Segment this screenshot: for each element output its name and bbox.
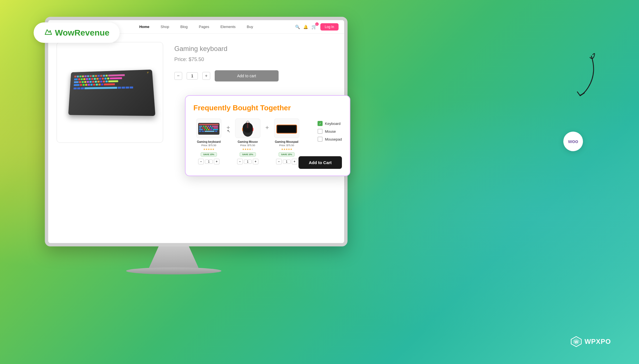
product-image-container: ⚡ (57, 42, 163, 143)
keyboard-image: ⚡ (68, 69, 155, 116)
nav-pages[interactable]: Pages (199, 25, 209, 29)
fbt-product-2: Gaming Mouse Price: $75.50 ★★★★★ SAVE 15… (232, 118, 263, 164)
svg-rect-8 (210, 126, 211, 127)
fbt-product-3-stars: ★★★★★ (281, 148, 292, 151)
fbt-product-3-image (274, 118, 299, 138)
fbt-product-1-image (196, 118, 221, 138)
svg-rect-16 (213, 127, 218, 129)
monitor-base (126, 267, 221, 274)
check-item-mousepad: Mousepad (318, 137, 342, 142)
fbt-qty-3-increase[interactable]: + (292, 159, 297, 164)
arrow-doodle (569, 50, 603, 101)
nav-blog[interactable]: Blog (180, 25, 187, 29)
qty-input[interactable] (187, 72, 198, 80)
qty-decrease-button[interactable]: − (174, 72, 182, 80)
nav-shop[interactable]: Shop (161, 25, 169, 29)
wpxpo-logo: W WPXPO (571, 336, 611, 347)
fbt-product-1: Gaming keyboard Price: $75.50 ★★★★★ SAVE… (193, 118, 224, 164)
svg-rect-21 (210, 129, 212, 130)
check-item-keyboard: ✓ Keyboard (318, 121, 342, 126)
cart-count-badge: 0 (315, 22, 319, 26)
fbt-product-3: Gaming Mouspad Price: $75.50 ★★★★★ SAVE … (271, 118, 302, 164)
svg-rect-26 (215, 131, 217, 132)
svg-text:W: W (574, 340, 578, 344)
fbt-product-2-qty-row: − + (237, 159, 258, 164)
svg-point-1 (50, 30, 51, 31)
check-box-keyboard[interactable]: ✓ (318, 121, 323, 126)
fbt-qty-1-increase[interactable]: + (214, 159, 219, 164)
logo-icon (44, 27, 52, 38)
fbt-product-1-save: SAVE 15% (201, 152, 217, 157)
svg-rect-4 (199, 126, 202, 127)
wpxpo-icon: W (571, 336, 582, 347)
search-icon[interactable]: 🔍 (295, 25, 300, 29)
svg-rect-3 (199, 124, 219, 125)
add-to-cart-button[interactable]: Add to cart (215, 70, 279, 81)
fbt-product-3-qty-row: − + (276, 159, 297, 164)
product-title: Gaming keyboard (174, 45, 336, 53)
nav-elements[interactable]: Elements (220, 25, 235, 29)
svg-rect-35 (278, 126, 296, 132)
svg-rect-30 (246, 123, 248, 128)
fbt-product-2-price: Price: $75.50 (240, 144, 255, 147)
svg-rect-6 (205, 126, 207, 127)
svg-rect-14 (209, 127, 210, 129)
fbt-panel: Frequently Bought Together (185, 95, 350, 176)
fbt-add-to-cart-button[interactable]: Add to Cart (298, 156, 342, 169)
svg-rect-19 (206, 129, 207, 130)
cart-icon-wrapper[interactable]: 🛒 0 (311, 24, 317, 29)
fbt-product-2-image (235, 118, 260, 138)
fbt-qty-1-input[interactable] (205, 160, 213, 164)
svg-rect-23 (199, 131, 201, 132)
fbt-product-3-save: SAVE 15% (279, 152, 295, 157)
svg-rect-22 (212, 129, 218, 130)
fbt-product-1-price: Price: $75.50 (201, 144, 216, 147)
wpxpo-text-label: WPXPO (585, 338, 611, 346)
fbt-product-2-stars: ★★★★★ (242, 148, 253, 151)
check-box-mousepad[interactable] (318, 137, 323, 142)
woo-badge: woo (563, 132, 583, 151)
svg-marker-0 (45, 30, 52, 34)
svg-rect-9 (212, 126, 218, 127)
fbt-title: Frequently Bought Together (193, 104, 342, 112)
fbt-product-2-save: SAVE 15% (240, 152, 256, 157)
svg-rect-31 (248, 123, 250, 128)
nav-buy[interactable]: Buy (247, 25, 253, 29)
qty-increase-button[interactable]: + (202, 72, 210, 80)
svg-rect-17 (199, 129, 203, 130)
nav-home[interactable]: Home (139, 25, 149, 29)
svg-rect-25 (205, 131, 214, 132)
product-price: Price: $75.50 (174, 57, 336, 62)
svg-rect-20 (208, 129, 210, 130)
check-item-mouse: Mouse (318, 129, 342, 134)
fbt-product-3-name: Gaming Mouspad (275, 140, 298, 143)
fbt-qty-2-increase[interactable]: + (253, 159, 258, 164)
bell-icon[interactable]: 🔔 (303, 25, 308, 29)
cursor-arrow: ↖ (227, 129, 230, 133)
fbt-qty-1-decrease[interactable]: − (198, 159, 204, 164)
check-label-mousepad: Mousepad (325, 137, 342, 141)
svg-rect-5 (203, 126, 205, 127)
wowrevenue-logo: WowRevenue (34, 22, 120, 43)
check-label-mouse: Mouse (325, 129, 336, 134)
fbt-product-3-price: Price: $75.50 (279, 144, 294, 147)
login-button[interactable]: Log In (320, 23, 339, 31)
logo-text: WowRevenue (55, 28, 110, 38)
check-label-keyboard: Keyboard (325, 122, 341, 126)
fbt-product-1-qty-row: − + (198, 159, 219, 164)
svg-rect-24 (202, 131, 204, 132)
fbt-qty-3-decrease[interactable]: − (276, 159, 282, 164)
svg-rect-12 (204, 127, 206, 129)
plus-sign-2: + (265, 124, 269, 131)
fbt-qty-3-input[interactable] (283, 160, 291, 164)
fbt-product-1-name: Gaming keyboard (197, 140, 221, 143)
svg-rect-7 (207, 126, 209, 127)
fbt-qty-2-decrease[interactable]: − (237, 159, 243, 164)
check-box-mouse[interactable] (318, 129, 323, 134)
svg-rect-11 (202, 127, 204, 129)
fbt-product-2-name: Gaming Mouse (238, 140, 258, 143)
fbt-product-1-stars: ★★★★★ (203, 148, 214, 151)
nav-right-actions: 🔍 🔔 🛒 0 Log In (295, 23, 339, 31)
svg-point-32 (244, 133, 251, 136)
fbt-qty-2-input[interactable] (244, 160, 252, 164)
